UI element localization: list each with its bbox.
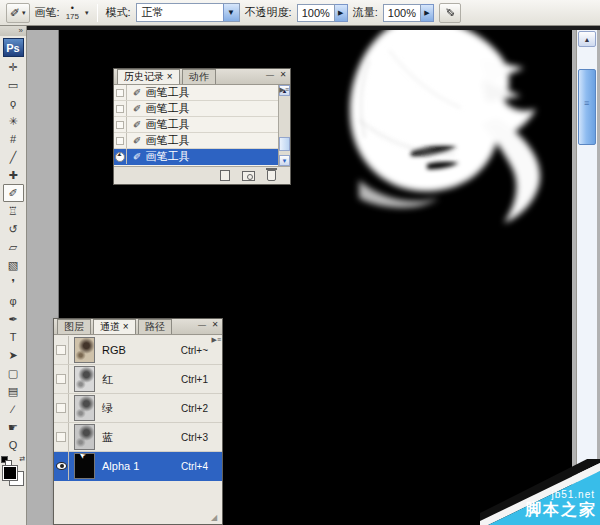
scroll-down-icon[interactable]: ▼: [279, 155, 290, 166]
notes-tool[interactable]: ▤: [3, 382, 24, 400]
dropdown-arrow-icon[interactable]: ▼: [223, 4, 239, 21]
zoom-icon: Q: [9, 440, 18, 451]
scrollbar-thumb[interactable]: [578, 69, 596, 145]
magic-wand-tool[interactable]: ✳: [3, 112, 24, 130]
eraser-tool[interactable]: ▱: [3, 238, 24, 256]
visibility-well[interactable]: [54, 336, 69, 364]
path-select-tool[interactable]: ➤: [3, 346, 24, 364]
opacity-expander-icon[interactable]: ▶: [335, 4, 348, 22]
pen-tool[interactable]: ✒: [3, 310, 24, 328]
visibility-well[interactable]: [54, 452, 69, 480]
tab-actions[interactable]: 动作: [182, 69, 216, 84]
eyedropper-icon: ∕: [12, 404, 14, 415]
visibility-checkbox[interactable]: [56, 374, 66, 384]
marquee-tool[interactable]: ▭: [3, 76, 24, 94]
move-tool[interactable]: ✛: [3, 58, 24, 76]
channel-row-green[interactable]: 绿 Ctrl+2: [54, 394, 222, 423]
channel-row-blue[interactable]: 蓝 Ctrl+3: [54, 423, 222, 452]
crop-tool[interactable]: #: [3, 130, 24, 148]
blend-mode-select[interactable]: 正常 ▼: [136, 3, 240, 22]
visibility-checkbox[interactable]: [56, 403, 66, 413]
new-snapshot-icon[interactable]: [242, 171, 255, 181]
history-source-well[interactable]: [114, 149, 127, 164]
tool-preset-picker[interactable]: ✐ ▾: [6, 3, 30, 23]
mode-label: 模式:: [106, 5, 131, 20]
tab-history[interactable]: 历史记录 ×: [117, 69, 180, 84]
zoom-tool[interactable]: Q: [3, 436, 24, 454]
history-source-well[interactable]: [114, 117, 127, 132]
blur-tool[interactable]: ❜: [3, 274, 24, 292]
minimize-icon[interactable]: —: [197, 321, 207, 330]
channel-row-alpha1-selected[interactable]: Alpha 1 Ctrl+4: [54, 452, 222, 481]
brush-picker-arrow-icon[interactable]: ▾: [85, 9, 89, 17]
resize-grip-icon[interactable]: ◢: [211, 513, 220, 522]
type-tool[interactable]: T: [3, 328, 24, 346]
close-icon[interactable]: ✕: [210, 321, 220, 330]
history-state-row-selected[interactable]: ✐ 画笔工具: [114, 149, 278, 165]
visibility-well[interactable]: [54, 423, 69, 451]
airbrush-icon: ✐: [445, 6, 455, 20]
close-icon[interactable]: ✕: [278, 71, 288, 80]
history-state-row[interactable]: ✐ 画笔工具: [114, 117, 278, 133]
lasso-tool[interactable]: ϙ: [3, 94, 24, 112]
default-colors-icon[interactable]: [1, 456, 8, 463]
eye-icon[interactable]: [56, 462, 67, 470]
gradient-tool[interactable]: ▧: [3, 256, 24, 274]
type-icon: T: [10, 332, 17, 343]
swap-colors-icon[interactable]: ⇄: [19, 455, 25, 463]
foreground-color-swatch[interactable]: [2, 465, 18, 481]
tab-paths[interactable]: 路径: [138, 319, 172, 334]
flow-value: 100%: [383, 4, 421, 22]
history-source-checkbox[interactable]: [116, 121, 124, 129]
channel-row-red[interactable]: 红 Ctrl+1: [54, 365, 222, 394]
history-state-row[interactable]: ✐ 画笔工具: [114, 101, 278, 117]
history-source-checkbox[interactable]: [116, 89, 124, 97]
clone-stamp-tool[interactable]: ♖: [3, 202, 24, 220]
history-state-label: 画笔工具: [145, 133, 189, 148]
dodge-tool[interactable]: φ: [3, 292, 24, 310]
flow-input[interactable]: 100% ▶: [383, 4, 434, 22]
healing-brush-tool[interactable]: ✚: [3, 166, 24, 184]
new-document-from-state-icon[interactable]: [220, 170, 230, 181]
history-state-row[interactable]: ✐ 画笔工具: [114, 133, 278, 149]
history-panel-header[interactable]: 历史记录 × 动作 — ✕: [114, 69, 290, 85]
eyedropper-tool[interactable]: ∕: [3, 400, 24, 418]
channel-row-rgb[interactable]: RGB Ctrl+~: [54, 336, 222, 365]
airbrush-toggle[interactable]: ✐: [439, 3, 461, 23]
history-state-row[interactable]: ✐ 画笔工具: [114, 85, 278, 101]
brush-icon: ✐: [8, 188, 17, 199]
scrollbar-thumb[interactable]: [279, 137, 290, 151]
scroll-down-icon[interactable]: ▼: [578, 508, 596, 524]
slice-tool[interactable]: ╱: [3, 148, 24, 166]
history-source-well[interactable]: [114, 133, 127, 148]
channels-panel-header[interactable]: 图层 通道 × 路径 — ✕: [54, 319, 222, 335]
toolbox-collapse-handle[interactable]: »: [0, 26, 26, 36]
visibility-well[interactable]: [54, 365, 69, 393]
history-scrollbar[interactable]: ▲ ▼: [278, 85, 290, 166]
opacity-input[interactable]: 100% ▶: [297, 4, 348, 22]
tab-channels[interactable]: 通道 ×: [93, 319, 136, 334]
delete-state-icon[interactable]: [267, 170, 276, 181]
collapse-arrows-icon: »: [19, 26, 23, 35]
history-source-well[interactable]: [114, 101, 127, 116]
history-source-well[interactable]: [114, 85, 127, 100]
flow-expander-icon[interactable]: ▶: [421, 4, 434, 22]
brush-size-preview[interactable]: • 175: [66, 4, 79, 21]
hand-tool[interactable]: ☛: [3, 418, 24, 436]
scroll-up-icon[interactable]: ▲: [578, 31, 596, 47]
history-source-checkbox[interactable]: [116, 105, 124, 113]
visibility-checkbox[interactable]: [56, 345, 66, 355]
history-source-checkbox[interactable]: [116, 137, 124, 145]
move-icon: ✛: [8, 62, 17, 73]
tab-layers[interactable]: 图层: [57, 319, 91, 334]
vertical-scrollbar[interactable]: ▲ ▼: [576, 30, 597, 525]
brush-tool[interactable]: ✐: [3, 184, 24, 202]
visibility-well[interactable]: [54, 394, 69, 422]
panel-menu-icon[interactable]: ▶≡: [212, 336, 221, 344]
visibility-checkbox[interactable]: [56, 432, 66, 442]
history-brush-tool[interactable]: ↺: [3, 220, 24, 238]
shape-tool[interactable]: ▢: [3, 364, 24, 382]
minimize-icon[interactable]: —: [265, 71, 275, 80]
panel-menu-icon[interactable]: ▶≡: [280, 86, 289, 94]
separator: [97, 4, 98, 22]
